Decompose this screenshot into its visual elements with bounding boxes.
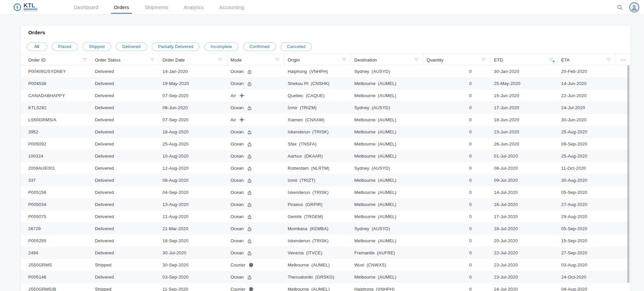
table-scrollbar[interactable] <box>627 65 630 283</box>
cell-destination: Melbourne(AUMEL) <box>351 202 423 207</box>
table-row[interactable]: P004538Delivered19-May-2020OceanShekou P… <box>21 77 631 89</box>
filter-icon[interactable] <box>606 58 611 62</box>
nav-tab-dashboard[interactable]: Dashboard <box>74 0 98 14</box>
filter-icon[interactable] <box>414 58 419 62</box>
cell-quantity: 0 <box>423 262 491 267</box>
ship-icon <box>247 238 252 244</box>
mode-label: Ocean <box>230 105 244 110</box>
cell-destination: Melbourne(AUMEL) <box>351 141 423 147</box>
port-code: (TNSFA) <box>299 141 317 147</box>
filter-chip-placed[interactable]: Placed <box>52 42 78 51</box>
filter-chip-incomplete[interactable]: Incomplete <box>204 42 238 51</box>
user-avatar[interactable] <box>629 2 639 12</box>
cell-etd: 14-Jul-2020 <box>491 190 558 195</box>
column-header-order-date[interactable]: Order Date <box>159 54 227 66</box>
filter-icon[interactable] <box>481 58 486 62</box>
city-name: İzmir <box>288 105 297 110</box>
cell-etd: 22-Jul-2020 <box>491 250 558 255</box>
cell-etd: 30-Jan-2020 <box>491 69 558 74</box>
filter-chip-canceled[interactable]: Canceled <box>281 42 312 51</box>
cell-order-id: 337 <box>21 178 92 183</box>
port-code: (TRIZM) <box>300 105 317 110</box>
column-header-quantity[interactable]: Quantity <box>423 54 491 66</box>
table-row[interactable]: P005092Delivered25-Aug-2020OceanSfax(TNS… <box>21 138 631 150</box>
mode-label: Ocean <box>230 141 244 147</box>
table-row[interactable]: 2008AUE001Delivered12-Aug-2020OceanRotte… <box>21 162 631 174</box>
mode-label: Ocean <box>230 166 244 171</box>
cell-destination: Melbourne(AUMEL) <box>351 81 423 86</box>
nav-tab-orders[interactable]: Orders <box>114 0 129 14</box>
column-header-mode[interactable]: Mode <box>227 54 284 66</box>
cell-mode: Ocean <box>227 190 284 195</box>
cell-quantity: 0 <box>423 141 491 147</box>
table-row[interactable]: P005075Delivered21-Aug-2020OceanGemlik(T… <box>21 210 631 222</box>
filter-chip-shipped[interactable]: Shipped <box>82 42 111 51</box>
table-row[interactable]: KTL5282Delivered06-Jun-2020Oceanİzmir(TR… <box>21 101 631 114</box>
person-icon <box>630 3 639 12</box>
city-name: Iskenderun <box>288 238 310 243</box>
brand-name: KTL <box>24 3 37 9</box>
mode-label: Courier <box>230 287 245 291</box>
cell-order-date: 25-Aug-2020 <box>159 141 227 147</box>
port-code: (AUSYD) <box>372 105 390 110</box>
filter-icon[interactable] <box>82 58 87 62</box>
column-header-eta[interactable]: ETA <box>558 54 616 66</box>
column-header-etd[interactable]: ETD <box>491 54 558 66</box>
cell-eta: 25-Aug-2020 <box>558 154 616 159</box>
column-header-order-status[interactable]: Order Status <box>92 54 159 66</box>
cell-destination: Haiphong(VNHPH) <box>351 287 423 291</box>
filter-icon[interactable] <box>275 58 280 62</box>
table-row[interactable]: CANADABHAPPYDelivered07-Sep-2020AirQuebe… <box>21 89 631 101</box>
table-row[interactable]: 100324Delivered10-Aug-2020OceanAarhus(DK… <box>21 150 631 162</box>
column-header-order-id[interactable]: Order ID <box>21 54 92 66</box>
filter-chip-partially-delivered[interactable]: Partially Delivered <box>152 42 200 51</box>
cell-order-status: Delivered <box>92 238 159 243</box>
table-row[interactable]: 337Delivered08-Aug-2020OceanIzmit(TRIZT)… <box>21 174 631 186</box>
filter-icon[interactable] <box>548 58 553 62</box>
port-code: (NLRTM) <box>311 166 330 171</box>
table-row[interactable]: LS50GRMS/ADelivered07-Sep-2020AirXiamen(… <box>21 114 631 126</box>
table-row[interactable]: JS50GRMSShipped30-Sep-2020CourierMelbour… <box>21 259 631 271</box>
more-columns-button[interactable] <box>616 54 631 66</box>
filter-chip-all[interactable]: All <box>27 42 47 51</box>
ship-icon <box>247 250 252 256</box>
filter-icon[interactable] <box>150 58 155 62</box>
column-header-origin[interactable]: Origin <box>284 54 351 66</box>
filter-icon[interactable] <box>342 58 347 62</box>
filter-chip-delivered[interactable]: Delivered <box>116 42 147 51</box>
table-row[interactable]: P005034Delivered13-Aug-2020OceanPiraeus(… <box>21 198 631 210</box>
table-row[interactable]: 2494Delivered30-Jul-2020OceanVenezia(ITV… <box>21 247 631 259</box>
table-row[interactable]: 26729Delivered21-Mar-2020OceanMombasa(KE… <box>21 222 631 235</box>
table-row[interactable]: JS50GRMS/BShipped11-Sep-2020CourierMelbo… <box>21 283 631 291</box>
cell-mode: Ocean <box>227 141 284 147</box>
table-row[interactable]: P005255Delivered18-Sep-2020OceanIskender… <box>21 235 631 247</box>
table-row[interactable]: 3952Delivered18-Aug-2020OceanIskenderun(… <box>21 126 631 138</box>
cell-origin: Iskenderun(TRISK) <box>284 190 351 195</box>
filter-icon[interactable] <box>218 58 223 62</box>
cell-order-status: Delivered <box>92 190 159 195</box>
column-header-destination[interactable]: Destination <box>351 54 423 66</box>
nav-tab-analytics[interactable]: Analytics <box>184 0 204 14</box>
nav-tab-shipments[interactable]: Shipments <box>145 0 168 14</box>
port-code: (CNWXS) <box>366 262 386 267</box>
table-row[interactable]: P004091/SYDNEYDelivered14-Jan-2020OceanH… <box>21 65 631 77</box>
cell-order-date: 12-Aug-2020 <box>159 166 227 171</box>
cell-order-id: P005034 <box>21 202 92 207</box>
table-row[interactable]: P005146Delivered03-Sep-2020OceanThessalo… <box>21 271 631 283</box>
port-code: (CNSHK) <box>311 81 330 86</box>
port-code: (AUSYD) <box>372 226 390 231</box>
cell-eta: 15-Sep-2020 <box>558 238 616 243</box>
city-name: Thessaloniki <box>288 275 313 280</box>
table-row[interactable]: P005156Delivered04-Sep-2020OceanIskender… <box>21 186 631 198</box>
cell-quantity: 0 <box>423 214 491 219</box>
cell-quantity: 0 <box>423 154 491 159</box>
search-icon[interactable] <box>616 4 623 11</box>
mode-label: Courier <box>230 262 245 267</box>
cell-order-id: 100324 <box>21 154 92 159</box>
brand-logo[interactable]: KTL MERIDIAN <box>13 0 37 14</box>
cell-order-status: Delivered <box>92 117 159 122</box>
filter-chip-confirmed[interactable]: Confirmed <box>243 42 276 51</box>
nav-tab-accounting[interactable]: Accounting <box>219 0 244 14</box>
table-scrollbar-thumb[interactable] <box>627 65 630 283</box>
cell-origin: Aarhus(DKAAR) <box>284 154 351 159</box>
